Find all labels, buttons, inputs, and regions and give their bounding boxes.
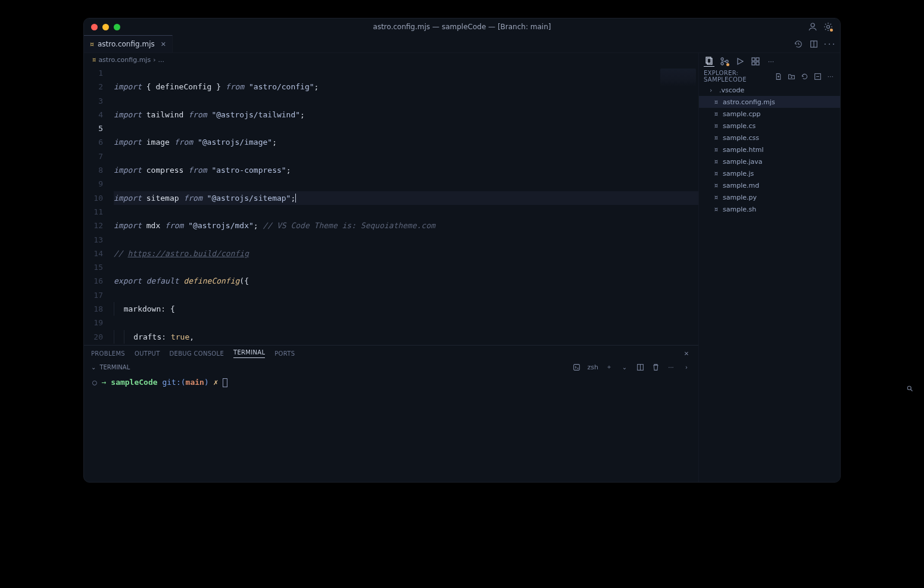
minimap[interactable] bbox=[660, 69, 696, 98]
file-icon: ¤ bbox=[713, 99, 719, 105]
file-icon: ¤ bbox=[92, 57, 96, 63]
tab-astro-config[interactable]: ¤ astro.config.mjs ✕ bbox=[84, 35, 173, 52]
tree-file-sample-java[interactable]: ¤sample.java bbox=[699, 155, 840, 167]
text-cursor bbox=[295, 194, 296, 203]
tab-terminal[interactable]: TERMINAL bbox=[233, 349, 265, 358]
chevron-down-icon[interactable]: ⌄ bbox=[91, 364, 96, 371]
tree-file-astro-config[interactable]: ¤astro.config.mjs bbox=[699, 96, 840, 108]
file-icon: ¤ bbox=[713, 194, 719, 201]
file-icon: ¤ bbox=[713, 135, 719, 141]
terminal-cursor bbox=[223, 378, 227, 387]
line-gutter: 123456789101112131415161718192021 bbox=[84, 66, 114, 345]
svg-point-0 bbox=[811, 23, 814, 27]
file-icon: ¤ bbox=[713, 123, 719, 129]
svg-point-13 bbox=[726, 60, 728, 63]
titlebar: astro.config.mjs — sampleCode — [Branch:… bbox=[84, 18, 840, 35]
more-icon[interactable]: ··· bbox=[666, 362, 676, 372]
tree-file-sample-md[interactable]: ¤sample.md bbox=[699, 179, 840, 191]
svg-rect-17 bbox=[756, 62, 759, 65]
file-icon: ¤ bbox=[713, 170, 719, 177]
extensions-icon[interactable] bbox=[750, 56, 761, 67]
svg-rect-4 bbox=[574, 364, 580, 370]
new-file-icon[interactable] bbox=[773, 71, 783, 81]
split-editor-icon[interactable] bbox=[809, 39, 819, 49]
panel-tabs: PROBLEMS OUTPUT DEBUG CONSOLE TERMINAL P… bbox=[84, 346, 698, 361]
settings-gear-icon[interactable] bbox=[823, 22, 833, 32]
svg-rect-15 bbox=[756, 58, 759, 61]
svg-rect-16 bbox=[752, 62, 755, 65]
editor-tabs: ¤ astro.config.mjs ✕ ··· bbox=[84, 35, 840, 53]
file-icon: ¤ bbox=[713, 182, 719, 189]
tab-ports[interactable]: PORTS bbox=[274, 350, 295, 357]
file-icon: ¤ bbox=[713, 147, 719, 153]
svg-point-12 bbox=[721, 63, 723, 65]
vscode-window: astro.config.mjs — sampleCode — [Branch:… bbox=[83, 18, 841, 483]
more-icon[interactable]: ··· bbox=[825, 39, 834, 49]
explorer-title: EXPLORER: SAMPLECODE ··· bbox=[699, 70, 840, 83]
more-icon[interactable]: ··· bbox=[826, 71, 835, 81]
activity-bar: ··· bbox=[699, 53, 840, 70]
svg-point-11 bbox=[721, 58, 723, 60]
file-tree: ›.vscode ¤astro.config.mjs ¤sample.cpp ¤… bbox=[699, 83, 840, 216]
source-control-icon[interactable] bbox=[719, 56, 730, 67]
chevron-down-icon[interactable]: ⌄ bbox=[620, 362, 629, 372]
breadcrumbs[interactable]: ¤ astro.config.mjs › ... bbox=[84, 53, 698, 66]
new-terminal-icon[interactable]: ＋ bbox=[604, 362, 614, 372]
tree-file-sample-html[interactable]: ¤sample.html bbox=[699, 144, 840, 155]
terminal-content[interactable]: ○ → sampleCode git:(main) ✗ bbox=[84, 373, 698, 482]
split-terminal-icon[interactable] bbox=[635, 362, 645, 372]
tab-output[interactable]: OUTPUT bbox=[135, 350, 160, 357]
tree-file-sample-cs[interactable]: ¤sample.cs bbox=[699, 120, 840, 132]
breadcrumb-sep: › bbox=[153, 56, 155, 64]
svg-point-1 bbox=[827, 26, 830, 29]
tab-label: astro.config.mjs bbox=[98, 40, 155, 48]
code-editor[interactable]: 123456789101112131415161718192021 import… bbox=[84, 66, 698, 345]
tree-file-sample-cpp[interactable]: ¤sample.cpp bbox=[699, 108, 840, 120]
window-title: astro.config.mjs — sampleCode — [Branch:… bbox=[84, 23, 840, 31]
command-icon[interactable] bbox=[572, 362, 582, 372]
chevron-right-icon: › bbox=[710, 86, 716, 94]
code-content[interactable]: import { defineConfig } from "astro/conf… bbox=[114, 66, 698, 345]
svg-rect-14 bbox=[752, 58, 755, 61]
history-icon[interactable] bbox=[794, 39, 803, 49]
file-icon: ¤ bbox=[713, 111, 719, 117]
close-panel-icon[interactable]: ✕ bbox=[682, 349, 691, 358]
tab-debug-console[interactable]: DEBUG CONSOLE bbox=[170, 350, 224, 357]
refresh-icon[interactable] bbox=[800, 71, 809, 81]
tree-file-sample-sh[interactable]: ¤sample.sh bbox=[699, 203, 840, 215]
tree-folder-vscode[interactable]: ›.vscode bbox=[699, 84, 840, 96]
tab-problems[interactable]: PROBLEMS bbox=[91, 350, 125, 357]
chevron-right-icon[interactable]: › bbox=[682, 362, 691, 372]
trash-icon[interactable] bbox=[651, 362, 660, 372]
file-icon: ¤ bbox=[713, 158, 719, 165]
close-tab-icon[interactable]: ✕ bbox=[161, 41, 166, 48]
file-icon: ¤ bbox=[90, 41, 94, 48]
account-icon[interactable] bbox=[808, 22, 817, 32]
panel-subheader: ⌄ TERMINAL zsh ＋ ⌄ ··· › bbox=[84, 361, 698, 373]
more-icon[interactable]: ··· bbox=[766, 56, 776, 67]
breadcrumb-more: ... bbox=[158, 56, 165, 64]
tree-file-sample-py[interactable]: ¤sample.py bbox=[699, 191, 840, 203]
breadcrumb-file: astro.config.mjs bbox=[98, 56, 151, 64]
explorer-sidebar: ··· EXPLORER: SAMPLECODE ··· ›.vscode ¤a… bbox=[698, 53, 840, 482]
bottom-panel: PROBLEMS OUTPUT DEBUG CONSOLE TERMINAL P… bbox=[84, 345, 698, 482]
new-folder-icon[interactable] bbox=[786, 71, 796, 81]
panel-sub-label: TERMINAL bbox=[99, 364, 130, 371]
file-icon: ¤ bbox=[713, 206, 719, 213]
tree-file-sample-css[interactable]: ¤sample.css bbox=[699, 132, 840, 144]
explorer-icon[interactable] bbox=[704, 56, 714, 67]
collapse-icon[interactable] bbox=[813, 71, 822, 81]
tree-file-sample-js[interactable]: ¤sample.js bbox=[699, 167, 840, 179]
run-debug-icon[interactable] bbox=[735, 56, 745, 67]
shell-name[interactable]: zsh bbox=[588, 363, 598, 371]
